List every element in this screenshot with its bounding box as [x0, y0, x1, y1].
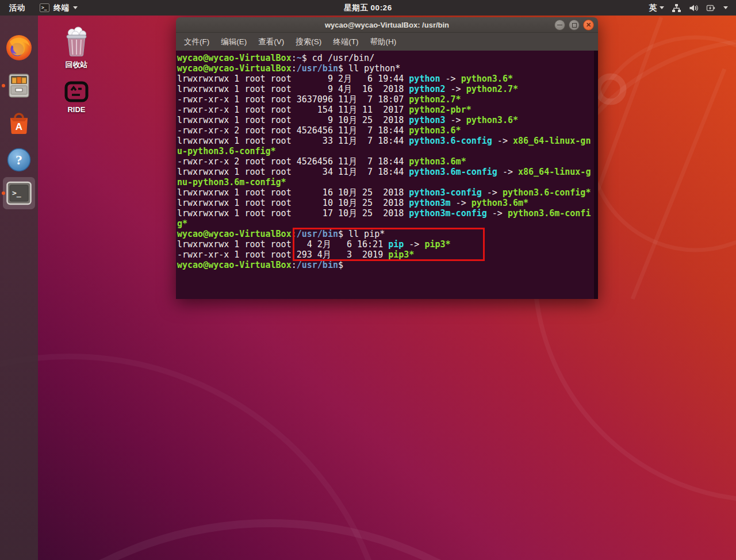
app-menu[interactable]: >_ 终端 — [34, 0, 83, 16]
input-method-indicator[interactable]: 英 — [649, 3, 665, 13]
terminal-line: wycao@wycao-VirtualBox:/usr/bin$ ll pyth… — [177, 63, 598, 74]
svg-text:>_: >_ — [12, 189, 21, 198]
terminal-line: lrwxrwxrwx 1 root root 16 10月 25 2018 py… — [177, 187, 598, 198]
window-titlebar[interactable]: wycao@wycao-VirtualBox: /usr/bin ✕ — [176, 17, 598, 33]
terminal-line: nu-python3.6m-config* — [177, 177, 598, 187]
activities-button[interactable]: 活动 — [0, 0, 34, 16]
software-bag-icon: A — [6, 110, 32, 136]
volume-icon — [689, 3, 699, 13]
input-method-label: 英 — [649, 3, 657, 13]
minimize-button[interactable] — [554, 20, 565, 30]
svg-text:?: ? — [16, 152, 22, 167]
menu-item[interactable]: 文件(F) — [178, 34, 215, 50]
terminal-line: lrwxrwxrwx 1 root root 17 10月 25 2018 py… — [177, 208, 598, 218]
terminal-scrollbar[interactable] — [594, 51, 598, 299]
terminal-line: lrwxrwxrwx 1 root root 10 10月 25 2018 py… — [177, 198, 598, 208]
terminal-line: -rwxr-xr-x 1 root root 3637096 11月 7 18:… — [177, 94, 598, 105]
terminal-line: -rwxr-xr-x 1 root root 154 11月 11 2017 p… — [177, 105, 598, 115]
clock[interactable]: 星期五 00:26 — [344, 3, 392, 13]
close-button[interactable]: ✕ — [583, 20, 594, 30]
terminal-line: lrwxrwxrwx 1 root root 9 10月 25 2018 pyt… — [177, 115, 598, 125]
terminal-content[interactable]: wycao@wycao-VirtualBox:~$ cd /usr/bin/wy… — [176, 51, 598, 299]
maximize-button[interactable] — [569, 20, 580, 30]
terminal-text: wycao@wycao-VirtualBox:~$ cd /usr/bin/wy… — [176, 51, 598, 270]
dock: A ? >_ — [0, 16, 38, 560]
terminal-window: wycao@wycao-VirtualBox: /usr/bin ✕ 文件(F)… — [176, 17, 598, 299]
desktop-icon-label: 回收站 — [66, 60, 88, 70]
terminal-line: lrwxrwxrwx 1 root root 33 11月 7 18:44 py… — [177, 136, 598, 146]
terminal-icon: >_ — [40, 3, 49, 12]
trash-can-icon — [62, 25, 91, 57]
status-area[interactable]: 英 — [649, 0, 736, 16]
menu-item[interactable]: 编辑(E) — [215, 34, 252, 50]
menu-bar: 文件(F)编辑(E)查看(V)搜索(S)终端(T)帮助(H) — [176, 33, 598, 51]
desktop-icon-label: RIDE — [67, 105, 85, 114]
dock-item-terminal[interactable]: >_ — [0, 181, 38, 206]
app-menu-label: 终端 — [53, 3, 69, 13]
running-indicator — [2, 191, 5, 195]
terminal-line: lrwxrwxrwx 1 root root 34 11月 7 18:44 py… — [177, 167, 598, 177]
chevron-down-icon — [723, 6, 728, 9]
battery-icon — [706, 3, 716, 13]
terminal-line: lrwxrwxrwx 1 root root 9 2月 6 19:44 pyth… — [177, 74, 598, 84]
desktop-icon-trash[interactable]: 回收站 — [55, 25, 98, 70]
desktop-icon-ride[interactable]: RIDE — [55, 81, 98, 114]
dock-item-ubuntu-software[interactable]: A — [0, 110, 38, 136]
window-controls: ✕ — [554, 20, 594, 30]
robot-face-icon — [64, 81, 89, 103]
window-title: wycao@wycao-VirtualBox: /usr/bin — [176, 21, 598, 29]
terminal-line: -rwxr-xr-x 2 root root 4526456 11月 7 18:… — [177, 156, 598, 167]
terminal-line: lrwxrwxrwx 1 root root 9 4月 16 2018 pyth… — [177, 84, 598, 94]
terminal-icon: >_ — [6, 181, 32, 206]
terminal-line: wycao@wycao-VirtualBox:~$ cd /usr/bin/ — [177, 53, 598, 63]
terminal-line: -rwxr-xr-x 1 root root 293 4月 3 2019 pip… — [177, 250, 598, 260]
terminal-line: wycao@wycao-VirtualBox:/usr/bin$ ll pip* — [177, 229, 598, 239]
chevron-down-icon — [660, 6, 664, 9]
dock-item-help[interactable]: ? — [0, 148, 38, 172]
file-cabinet-icon — [6, 72, 32, 99]
top-bar: 活动 >_ 终端 星期五 00:26 英 — [0, 0, 736, 16]
menu-item[interactable]: 终端(T) — [327, 34, 364, 50]
chevron-down-icon — [73, 6, 78, 9]
menu-item[interactable]: 搜索(S) — [290, 34, 327, 50]
terminal-line: g* — [177, 218, 598, 229]
firefox-icon — [6, 34, 32, 61]
question-mark-icon: ? — [7, 148, 31, 172]
terminal-line: lrwxrwxrwx 1 root root 4 2月 6 16:21 pip … — [177, 239, 598, 250]
dock-item-files[interactable] — [0, 72, 38, 99]
menu-item[interactable]: 查看(V) — [252, 34, 290, 50]
running-indicator — [2, 84, 5, 87]
svg-text:A: A — [16, 121, 22, 132]
terminal-line: -rwxr-xr-x 2 root root 4526456 11月 7 18:… — [177, 125, 598, 136]
terminal-line: u-python3.6-config* — [177, 146, 598, 156]
terminal-line: wycao@wycao-VirtualBox:/usr/bin$ — [177, 260, 598, 270]
desktop: 活动 >_ 终端 星期五 00:26 英 — [0, 0, 736, 560]
menu-item[interactable]: 帮助(H) — [365, 34, 402, 50]
dock-item-firefox[interactable] — [0, 34, 38, 61]
network-icon — [672, 3, 681, 13]
